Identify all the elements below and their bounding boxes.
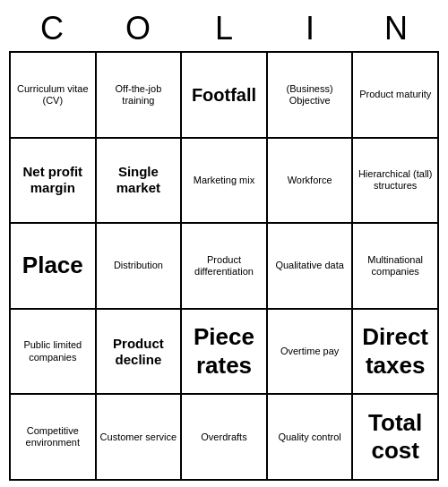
cell-9[interactable]: Hierarchical (tall) structures (353, 139, 439, 225)
cell-13[interactable]: Qualitative data (268, 224, 354, 310)
cell-20[interactable]: Competitive environment (11, 395, 97, 481)
cell-23[interactable]: Quality control (268, 395, 354, 481)
header-n: N (353, 6, 439, 51)
header-o: O (95, 6, 181, 51)
cell-6[interactable]: Single market (97, 139, 183, 225)
cell-1[interactable]: Off-the-job training (97, 53, 183, 139)
cell-14[interactable]: Multinational companies (353, 224, 439, 310)
cell-17[interactable]: Piece rates (182, 310, 268, 396)
bingo-grid: Curriculum vitae (CV)Off-the-job trainin… (9, 51, 439, 481)
cell-10[interactable]: Place (11, 224, 97, 310)
header-i: I (267, 6, 353, 51)
cell-3[interactable]: (Business) Objective (268, 53, 354, 139)
header-row: C O L I N (9, 6, 439, 51)
header-c: C (9, 6, 95, 51)
cell-15[interactable]: Public limited companies (11, 310, 97, 396)
cell-18[interactable]: Overtime pay (268, 310, 354, 396)
cell-22[interactable]: Overdrafts (182, 395, 268, 481)
cell-5[interactable]: Net profit margin (11, 139, 97, 225)
cell-16[interactable]: Product decline (97, 310, 183, 396)
cell-19[interactable]: Direct taxes (353, 310, 439, 396)
cell-24[interactable]: Total cost (353, 395, 439, 481)
cell-7[interactable]: Marketing mix (182, 139, 268, 225)
header-l: L (181, 6, 267, 51)
cell-12[interactable]: Product differentiation (182, 224, 268, 310)
cell-0[interactable]: Curriculum vitae (CV) (11, 53, 97, 139)
cell-8[interactable]: Workforce (268, 139, 354, 225)
cell-11[interactable]: Distribution (97, 224, 183, 310)
cell-2[interactable]: Footfall (182, 53, 268, 139)
cell-4[interactable]: Product maturity (353, 53, 439, 139)
cell-21[interactable]: Customer service (97, 395, 183, 481)
bingo-board: C O L I N Curriculum vitae (CV)Off-the-j… (9, 6, 439, 481)
